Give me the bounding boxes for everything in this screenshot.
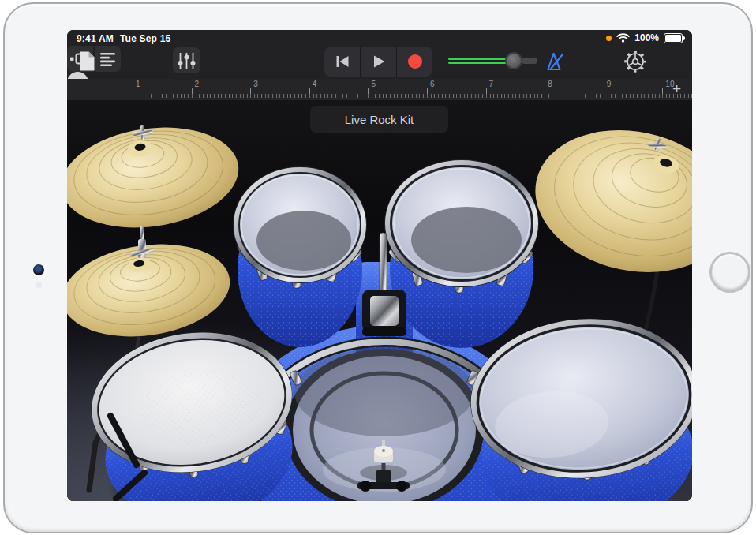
ruler-bar[interactable]: 8	[545, 79, 604, 100]
ruler-bar[interactable]: 1	[133, 79, 192, 100]
play-icon	[372, 54, 386, 69]
garageband-screen: 9:41 AMTue Sep 15 100%	[67, 30, 692, 501]
front-camera	[33, 264, 44, 275]
tom-right[interactable]	[384, 159, 539, 348]
battery-icon	[664, 33, 683, 43]
kit-name-label: Live Rock Kit	[345, 113, 414, 126]
volume-track[interactable]	[522, 58, 537, 64]
home-button[interactable]	[709, 252, 750, 293]
my-songs-document-icon	[79, 51, 95, 72]
track-controls-button[interactable]	[173, 47, 200, 73]
settings-button[interactable]	[623, 50, 647, 73]
ruler-bar[interactable]: 7	[486, 79, 545, 100]
volume-slider-knob[interactable]	[505, 52, 522, 69]
ruler-bar[interactable]: 4	[309, 79, 369, 100]
status-time-date: 9:41 AMTue Sep 15	[77, 33, 170, 44]
my-songs-button[interactable]	[75, 48, 99, 73]
metronome-icon	[545, 51, 565, 72]
toolbar: ?	[67, 46, 692, 80]
ruler-bar[interactable]: 5	[368, 79, 427, 100]
transport-controls	[324, 47, 432, 77]
ipad-garageband-screenshot: 9:41 AMTue Sep 15 100%	[0, 0, 756, 535]
status-bar: 9:41 AMTue Sep 15 100%	[67, 30, 692, 46]
battery-percent: 100%	[634, 32, 659, 43]
ruler-bar[interactable]: 2	[192, 79, 251, 100]
kit-picker-button[interactable]: Live Rock Kit	[310, 106, 448, 133]
metronome-button[interactable]	[545, 51, 565, 73]
add-bars-button[interactable]: +	[672, 80, 681, 99]
gear-icon	[623, 50, 647, 73]
drum-kit-canvas[interactable]	[67, 100, 692, 501]
tracks-view-icon	[99, 51, 118, 67]
tom-left[interactable]	[233, 166, 367, 347]
ruler-bars: 12345678910	[133, 79, 692, 100]
status-time: 9:41 AM	[77, 33, 114, 44]
level-sliders-icon	[176, 51, 197, 70]
ambient-sensor	[36, 282, 42, 288]
play-button[interactable]	[361, 47, 396, 77]
skip-to-beginning-icon	[335, 55, 350, 68]
timeline-ruler[interactable]: 12345678910 +	[67, 79, 692, 101]
ruler-bar[interactable]: 3	[250, 79, 309, 100]
skip-to-beginning-button[interactable]	[324, 47, 360, 77]
master-volume-level	[448, 58, 507, 64]
record-button[interactable]	[397, 47, 432, 77]
ruler-bar[interactable]: 6	[427, 79, 486, 100]
orange-status-dot	[606, 36, 612, 41]
wifi-icon	[616, 33, 630, 43]
status-date: Tue Sep 15	[120, 33, 170, 44]
ruler-bar[interactable]: 9	[604, 79, 663, 100]
record-icon	[407, 54, 423, 69]
